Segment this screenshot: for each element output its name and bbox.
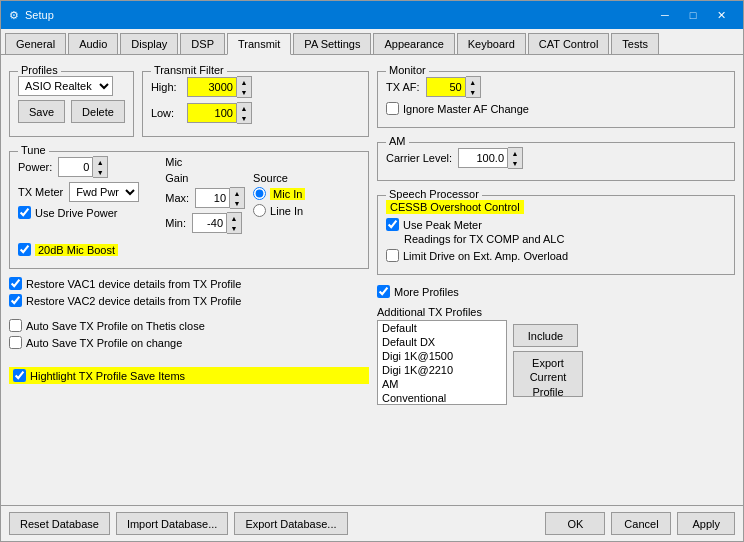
additional-profiles-area: Additional TX Profiles Default Default D…	[377, 306, 735, 405]
tx-af-input[interactable]	[426, 77, 466, 97]
restore-vac1-label: Restore VAC1 device details from TX Prof…	[26, 278, 241, 290]
ok-button[interactable]: OK	[545, 512, 605, 535]
readings-label: Readings for TX COMP and ALC	[404, 233, 726, 245]
max-input[interactable]	[195, 188, 230, 208]
high-input[interactable]: 3000	[187, 77, 237, 97]
highlight-checkbox[interactable]	[13, 369, 26, 382]
limit-drive-label: Limit Drive on Ext. Amp. Overload	[403, 250, 568, 262]
profile-item-am[interactable]: AM	[378, 377, 506, 391]
low-spin-down[interactable]: ▼	[237, 113, 251, 123]
high-spin-up[interactable]: ▲	[237, 77, 251, 87]
am-group: AM Carrier Level: ▲ ▼	[377, 142, 735, 181]
profile-item-digi-1500[interactable]: Digi 1K@1500	[378, 349, 506, 363]
limit-drive-checkbox[interactable]	[386, 249, 399, 262]
power-spin-down[interactable]: ▼	[93, 167, 107, 177]
save-button[interactable]: Save	[18, 100, 65, 123]
window-title: Setup	[25, 9, 54, 21]
high-label: High:	[151, 81, 181, 93]
auto-save-thetis-label: Auto Save TX Profile on Thetis close	[26, 320, 205, 332]
high-spinner: ▲ ▼	[237, 76, 252, 98]
cancel-button[interactable]: Cancel	[611, 512, 671, 535]
tx-meter-label: TX Meter	[18, 186, 63, 198]
import-database-button[interactable]: Import Database...	[116, 512, 229, 535]
high-spin-down[interactable]: ▼	[237, 87, 251, 97]
use-drive-checkbox[interactable]	[18, 206, 31, 219]
gain-col: Gain Max: ▲ ▼	[165, 172, 245, 237]
low-input[interactable]: 100	[187, 103, 237, 123]
use-drive-label: Use Drive Power	[35, 207, 118, 219]
profile-item-default-dx[interactable]: Default DX	[378, 335, 506, 349]
mic-in-radio[interactable]	[253, 187, 266, 200]
profile-item-default[interactable]: Default	[378, 321, 506, 335]
restore-vac1-checkbox[interactable]	[9, 277, 22, 290]
mic-boost-checkbox[interactable]	[18, 243, 31, 256]
profile-action-buttons: Include ExportCurrentProfile	[513, 324, 583, 397]
low-spin-up[interactable]: ▲	[237, 103, 251, 113]
highlight-section: Hightlight TX Profile Save Items	[9, 367, 369, 384]
tx-af-spin-up[interactable]: ▲	[466, 77, 480, 87]
max-spin-down[interactable]: ▼	[230, 198, 244, 208]
tx-af-spin-down[interactable]: ▼	[466, 87, 480, 97]
ignore-af-checkbox[interactable]	[386, 102, 399, 115]
auto-save-change-checkbox[interactable]	[9, 336, 22, 349]
line-in-label: Line In	[270, 205, 303, 217]
profiles-label: Profiles	[18, 64, 61, 76]
tab-display[interactable]: Display	[120, 33, 178, 54]
reset-database-button[interactable]: Reset Database	[9, 512, 110, 535]
tab-dsp[interactable]: DSP	[180, 33, 225, 54]
bottom-bar: Reset Database Import Database... Export…	[1, 505, 743, 541]
profile-item-digi-2210[interactable]: Digi 1K@2210	[378, 363, 506, 377]
profile-item-conventional[interactable]: Conventional	[378, 391, 506, 405]
tab-appearance[interactable]: Appearance	[373, 33, 454, 54]
profiles-group: Profiles ASIO Realtek Save Delete	[9, 71, 134, 137]
carrier-spin-down[interactable]: ▼	[508, 158, 522, 168]
mic-section: Mic Gain Max:	[165, 156, 305, 237]
tab-cat-control[interactable]: CAT Control	[528, 33, 610, 54]
restore-section: Restore VAC1 device details from TX Prof…	[9, 277, 369, 311]
transmit-filter-label: Transmit Filter	[151, 64, 227, 76]
title-bar-buttons: ─ □ ✕	[651, 5, 735, 25]
bottom-left-buttons: Reset Database Import Database... Export…	[9, 512, 348, 535]
tab-tests[interactable]: Tests	[611, 33, 659, 54]
line-in-radio[interactable]	[253, 204, 266, 217]
export-current-button[interactable]: ExportCurrentProfile	[513, 351, 583, 397]
min-spin-up[interactable]: ▲	[227, 213, 241, 223]
auto-save-section: Auto Save TX Profile on Thetis close Aut…	[9, 319, 369, 353]
low-spinner: ▲ ▼	[237, 102, 252, 124]
more-profiles-checkbox[interactable]	[377, 285, 390, 298]
tab-transmit[interactable]: Transmit	[227, 33, 291, 55]
delete-button[interactable]: Delete	[71, 100, 125, 123]
am-label: AM	[386, 135, 409, 147]
min-spin-down[interactable]: ▼	[227, 223, 241, 233]
additional-profiles-section: More Profiles Additional TX Profiles Def…	[377, 285, 735, 405]
maximize-button[interactable]: □	[679, 5, 707, 25]
min-input[interactable]	[192, 213, 227, 233]
monitor-label: Monitor	[386, 64, 429, 76]
transmit-filter-group: Transmit Filter High: 3000 ▲ ▼	[142, 71, 369, 137]
max-label: Max:	[165, 192, 189, 204]
power-input[interactable]	[58, 157, 93, 177]
include-button[interactable]: Include	[513, 324, 578, 347]
carrier-spin-up[interactable]: ▲	[508, 148, 522, 158]
profiles-list[interactable]: Default Default DX Digi 1K@1500 Digi 1K@…	[377, 320, 507, 405]
tab-keyboard[interactable]: Keyboard	[457, 33, 526, 54]
power-spin-up[interactable]: ▲	[93, 157, 107, 167]
tab-audio[interactable]: Audio	[68, 33, 118, 54]
tab-pa-settings[interactable]: PA Settings	[293, 33, 371, 54]
carrier-input[interactable]	[458, 148, 508, 168]
close-button[interactable]: ✕	[707, 5, 735, 25]
apply-button[interactable]: Apply	[677, 512, 735, 535]
profiles-dropdown[interactable]: ASIO Realtek	[18, 76, 113, 96]
more-profiles-label: More Profiles	[394, 286, 459, 298]
tx-meter-select[interactable]: Fwd Pwr	[69, 182, 139, 202]
peak-meter-checkbox[interactable]	[386, 218, 399, 231]
tab-general[interactable]: General	[5, 33, 66, 54]
power-label: Power:	[18, 161, 52, 173]
export-database-button[interactable]: Export Database...	[234, 512, 347, 535]
auto-save-thetis-checkbox[interactable]	[9, 319, 22, 332]
minimize-button[interactable]: ─	[651, 5, 679, 25]
restore-vac2-checkbox[interactable]	[9, 294, 22, 307]
mic-boost-label: 20dB Mic Boost	[35, 244, 118, 256]
setup-window: ⚙ Setup ─ □ ✕ General Audio Display DSP …	[0, 0, 744, 542]
max-spin-up[interactable]: ▲	[230, 188, 244, 198]
